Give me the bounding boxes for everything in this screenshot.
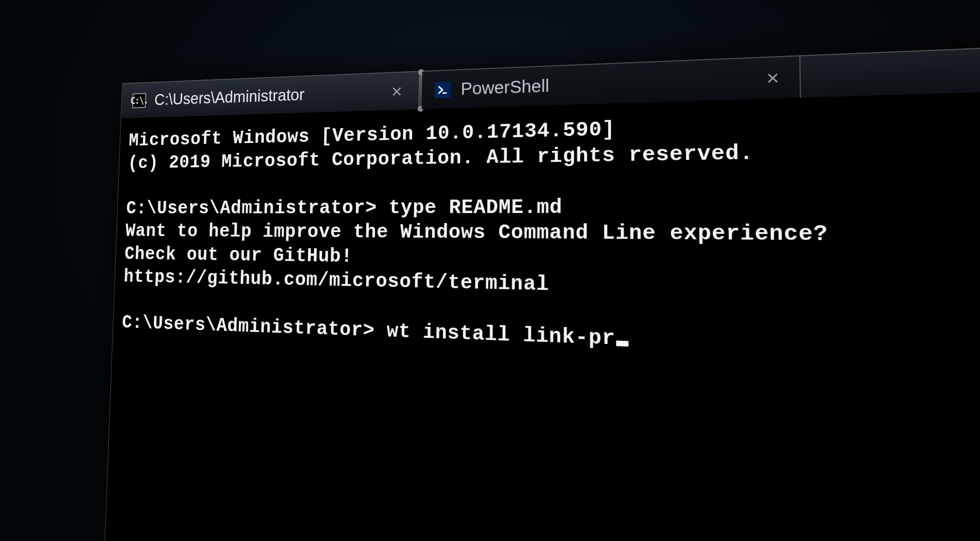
tab-powershell-label: PowerShell xyxy=(461,68,750,99)
output-line: Check out our GitHub! xyxy=(124,244,353,268)
terminal-window: C:\. C:\Users\Administrator × PowerShell… xyxy=(100,34,980,541)
prompt: C:\Users\Administrator> xyxy=(126,197,377,219)
command-text: type README.md xyxy=(377,196,563,219)
prompt: C:\Users\Administrator> xyxy=(122,312,375,342)
cursor xyxy=(616,341,629,347)
output-line: https://github.com/microsoft/terminal xyxy=(123,266,549,296)
cmd-icon: C:\. xyxy=(132,93,146,108)
tab-close-powershell[interactable]: × xyxy=(761,66,785,90)
command-input[interactable]: wt install link-pr xyxy=(374,320,615,351)
output-line: Want to help improve the Windows Command… xyxy=(125,221,828,247)
tab-close-cmd[interactable]: × xyxy=(387,80,406,102)
terminal-body[interactable]: Microsoft Windows [Version 10.0.17134.59… xyxy=(113,82,980,395)
tab-cmd-label: C:\Users\Administrator xyxy=(154,82,378,108)
powershell-icon xyxy=(434,81,451,98)
